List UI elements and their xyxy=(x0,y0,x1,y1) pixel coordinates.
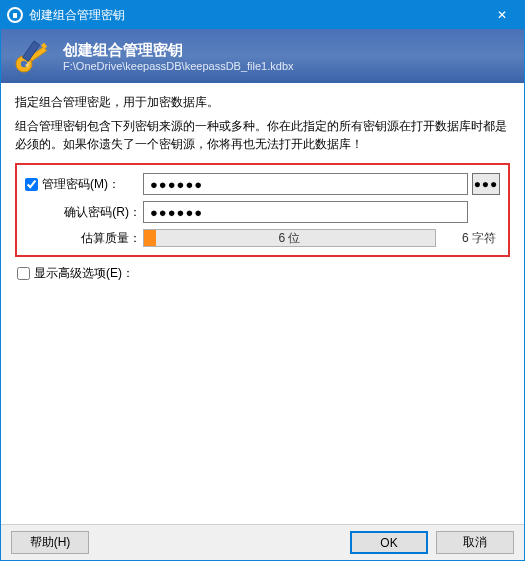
quality-label: 估算质量： xyxy=(81,230,141,247)
confirm-password-label: 确认密码(R)： xyxy=(64,204,141,221)
advanced-options-row: 显示高级选项(E)： xyxy=(15,263,510,282)
description-line-2: 组合管理密钥包含下列密钥来源的一种或多种。你在此指定的所有密钥源在打开数据库时都… xyxy=(15,117,510,153)
quality-progress-bar: 6 位 xyxy=(143,229,436,247)
titlebar: 创建组合管理密钥 ✕ xyxy=(1,1,524,29)
description-line-1: 指定组合管理密匙，用于加密数据库。 xyxy=(15,93,510,111)
banner-file-path: F:\OneDrive\keepassDB\keepassDB_file1.kd… xyxy=(63,60,294,72)
cancel-button-label: 取消 xyxy=(463,534,487,551)
banner-title: 创建组合管理密钥 xyxy=(63,41,294,60)
dialog-window: 创建组合管理密钥 ✕ 创建组合管理密钥 F:\OneDrive\keepassD… xyxy=(0,0,525,561)
quality-row: 估算质量： 6 位 6 字符 xyxy=(25,229,500,247)
close-button[interactable]: ✕ xyxy=(479,1,524,29)
master-password-row: 管理密码(M)： ●●● xyxy=(25,173,500,195)
toggle-password-visibility-button[interactable]: ●●● xyxy=(472,173,500,195)
window-title: 创建组合管理密钥 xyxy=(29,7,479,24)
confirm-password-input[interactable] xyxy=(143,201,468,223)
advanced-options-checkbox[interactable] xyxy=(17,267,30,280)
key-pencil-icon xyxy=(11,35,53,77)
quality-chars-text: 6 字符 xyxy=(444,230,500,247)
master-password-checkbox[interactable] xyxy=(25,178,38,191)
content-area: 指定组合管理密匙，用于加密数据库。 组合管理密钥包含下列密钥来源的一种或多种。你… xyxy=(1,83,524,524)
password-section: 管理密码(M)： ●●● 确认密码(R)： xyxy=(15,163,510,257)
banner-text-group: 创建组合管理密钥 F:\OneDrive\keepassDB\keepassDB… xyxy=(63,41,294,72)
ok-button-label: OK xyxy=(380,536,397,550)
help-button-label: 帮助(H) xyxy=(30,534,71,551)
dots-icon: ●●● xyxy=(474,177,499,191)
ok-button[interactable]: OK xyxy=(350,531,428,554)
confirm-password-row: 确认密码(R)： xyxy=(25,201,500,223)
header-banner: 创建组合管理密钥 F:\OneDrive\keepassDB\keepassDB… xyxy=(1,29,524,83)
close-icon: ✕ xyxy=(497,8,507,22)
footer: 帮助(H) OK 取消 xyxy=(1,524,524,560)
app-lock-icon xyxy=(7,7,23,23)
master-password-label-group: 管理密码(M)： xyxy=(25,176,143,193)
master-password-label: 管理密码(M)： xyxy=(42,176,120,193)
quality-label-group: 估算质量： xyxy=(25,230,143,247)
master-password-input[interactable] xyxy=(143,173,468,195)
help-button[interactable]: 帮助(H) xyxy=(11,531,89,554)
cancel-button[interactable]: 取消 xyxy=(436,531,514,554)
quality-bits-text: 6 位 xyxy=(144,230,435,246)
content-spacer xyxy=(15,282,510,516)
confirm-password-label-group: 确认密码(R)： xyxy=(25,204,143,221)
advanced-options-label: 显示高级选项(E)： xyxy=(34,265,134,282)
